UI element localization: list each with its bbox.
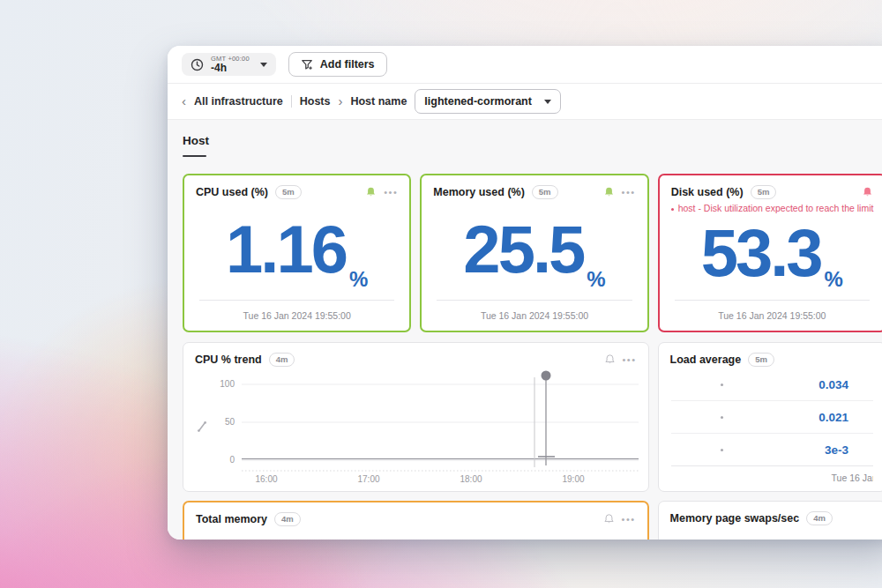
load-timestamp: Tue 16 Jan 2024 19:55:00 bbox=[671, 473, 873, 483]
host-name-label: Host name bbox=[350, 95, 407, 108]
load-row-5m: 0.021 bbox=[671, 401, 873, 434]
metric-cards-row: CPU used (%) 5m ••• 1.16 % Tue 16 Jan 20… bbox=[183, 174, 882, 332]
breadcrumb-all-infrastructure[interactable]: All infrastructure bbox=[194, 95, 283, 108]
add-filters-label: Add filters bbox=[320, 58, 375, 71]
cpu-trend-card: CPU % trend 4m ••• bbox=[183, 342, 649, 492]
card-title: Total memory bbox=[196, 513, 267, 525]
x-tick-1700: 17:00 bbox=[357, 474, 379, 484]
host-selector-dropdown[interactable]: lightened-cormorant bbox=[415, 89, 561, 114]
card-title: Load average bbox=[670, 354, 742, 366]
card-title: CPU used (%) bbox=[196, 186, 268, 198]
chevron-down-icon bbox=[260, 63, 267, 67]
x-tick-1800: 18:00 bbox=[460, 474, 482, 484]
disk-used-card: Disk used (%) 5m host - Disk utilization… bbox=[658, 174, 882, 332]
chevron-down-icon bbox=[544, 100, 551, 104]
load-average-card: Load average 5m 0.034 0.021 3e- bbox=[658, 342, 882, 492]
timezone-label: GMT +00:00 bbox=[211, 56, 250, 63]
metric-unit: % bbox=[587, 267, 605, 300]
metric-value: 25.5 bbox=[463, 216, 583, 283]
back-chevron-icon[interactable]: ‹ bbox=[182, 94, 186, 108]
clock-icon bbox=[191, 58, 204, 71]
memory-swaps-card: Memory page swaps/sec 4m bbox=[658, 501, 882, 540]
x-tick-1600: 16:00 bbox=[255, 474, 277, 484]
interval-badge: 5m bbox=[751, 185, 777, 199]
memory-used-card: Memory used (%) 5m ••• 25.5 % Tue 16 Jan… bbox=[420, 174, 648, 332]
metric-value: 1.16 bbox=[226, 216, 346, 283]
card-title: CPU % trend bbox=[195, 354, 262, 366]
filter-funnel-icon bbox=[301, 58, 313, 71]
interval-badge: 5m bbox=[275, 185, 302, 199]
card-title: Memory used (%) bbox=[433, 186, 525, 198]
more-menu-icon[interactable]: ••• bbox=[622, 188, 636, 197]
load-marker-dot bbox=[721, 416, 723, 419]
load-value: 0.021 bbox=[818, 411, 848, 424]
host-selector-value: lightened-cormorant bbox=[424, 95, 532, 108]
interval-badge: 4m bbox=[806, 511, 833, 525]
interval-badge: 4m bbox=[269, 353, 295, 367]
series-legend-icon bbox=[198, 421, 206, 432]
alert-bell-icon[interactable] bbox=[604, 354, 616, 366]
breadcrumb: ‹ All infrastructure Hosts › Host name l… bbox=[168, 83, 882, 120]
interval-badge: 5m bbox=[748, 353, 774, 367]
more-menu-icon[interactable]: ••• bbox=[623, 355, 637, 365]
total-memory-card: Total memory 4m ••• bbox=[183, 501, 649, 540]
more-menu-icon[interactable]: ••• bbox=[622, 515, 636, 525]
metric-value: 53.3 bbox=[701, 220, 821, 287]
bottom-cards-row: Total memory 4m ••• Memory page swaps/se… bbox=[183, 501, 882, 540]
alert-bell-icon[interactable] bbox=[603, 186, 615, 198]
metric-unit: % bbox=[349, 267, 368, 300]
section-title-underline bbox=[183, 155, 206, 157]
annotation-marker-dot bbox=[542, 371, 551, 381]
alert-bell-icon[interactable] bbox=[862, 186, 873, 198]
time-range-value: -4h bbox=[211, 63, 250, 73]
interval-badge: 5m bbox=[532, 185, 558, 199]
x-tick-1900: 19:00 bbox=[562, 474, 584, 484]
more-menu-icon[interactable]: ••• bbox=[384, 188, 398, 197]
y-tick-50: 50 bbox=[225, 417, 235, 427]
section-title-host: Host bbox=[183, 134, 882, 147]
card-title: Memory page swaps/sec bbox=[670, 512, 800, 525]
monitoring-panel: GMT +00:00 -4h Add filters ‹ All infrast… bbox=[168, 46, 882, 540]
load-marker-dot bbox=[721, 383, 723, 386]
load-row-15m: 3e-3 bbox=[671, 434, 873, 465]
dashboard-content: Host CPU used (%) 5m ••• 1.16 % bbox=[168, 120, 882, 540]
alert-bell-icon[interactable] bbox=[365, 186, 377, 198]
y-tick-0: 0 bbox=[229, 455, 235, 465]
metric-timestamp: Tue 16 Jan 2024 19:55:00 bbox=[718, 310, 826, 321]
forward-chevron-icon: › bbox=[338, 94, 342, 108]
metric-timestamp: Tue 16 Jan 2024 19:55:00 bbox=[481, 310, 588, 321]
load-value: 0.034 bbox=[818, 378, 848, 391]
interval-badge: 4m bbox=[274, 512, 301, 526]
load-value: 3e-3 bbox=[825, 443, 848, 457]
cpu-trend-chart[interactable]: 100 50 0 16:00 17:00 18:00 19:00 bbox=[183, 367, 648, 492]
add-filters-button[interactable]: Add filters bbox=[288, 52, 387, 77]
toolbar: GMT +00:00 -4h Add filters bbox=[168, 46, 882, 83]
cpu-used-card: CPU used (%) 5m ••• 1.16 % Tue 16 Jan 20… bbox=[183, 174, 411, 332]
metric-unit: % bbox=[825, 267, 843, 300]
charts-row: CPU % trend 4m ••• bbox=[183, 342, 882, 492]
load-marker-dot bbox=[721, 449, 723, 451]
breadcrumb-hosts[interactable]: Hosts bbox=[300, 95, 331, 108]
metric-timestamp: Tue 16 Jan 2024 19:55:00 bbox=[243, 310, 351, 321]
time-range-control[interactable]: GMT +00:00 -4h bbox=[182, 53, 276, 76]
breadcrumb-divider bbox=[291, 95, 292, 108]
load-row-1m: 0.034 bbox=[671, 368, 873, 401]
alert-bell-icon[interactable] bbox=[603, 513, 615, 525]
y-tick-100: 100 bbox=[220, 379, 235, 389]
card-title: Disk used (%) bbox=[671, 186, 744, 198]
